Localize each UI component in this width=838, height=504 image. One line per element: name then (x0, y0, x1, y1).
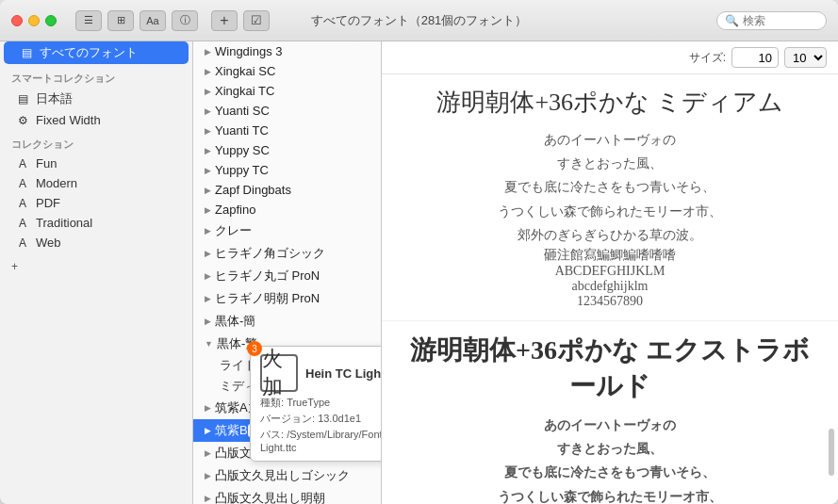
arrow-icon: ▶ (205, 87, 211, 96)
font-subitem-light[interactable]: ライト 3 火加 Hein TC Light 種類: TrueType (193, 355, 381, 376)
fullscreen-button[interactable] (45, 15, 57, 26)
font-name: 凸版文久見出し明朝 (215, 490, 325, 504)
smart-collection-label: スマートコレクション (0, 64, 192, 88)
sidebar-item-fixed-width[interactable]: ⚙ Fixed Width (0, 110, 192, 130)
sidebar: ▤ すべてのフォント スマートコレクション ▤ 日本語 ⚙ Fixed Widt… (0, 41, 193, 504)
text-view-button[interactable]: Aa (140, 10, 166, 31)
minimize-button[interactable] (28, 15, 40, 26)
pdf-label: PDF (36, 196, 60, 210)
add-collection-button[interactable]: + (11, 260, 181, 273)
main-content: ▤ すべてのフォント スマートコレクション ▤ 日本語 ⚙ Fixed Widt… (0, 41, 838, 504)
size-select[interactable]: 10 12 14 18 24 36 48 72 (784, 47, 827, 68)
add-button[interactable]: + (211, 10, 238, 31)
tooltip-font-name: Hein TC Light (305, 366, 381, 381)
list-item[interactable]: ▶ ヒラギノ角ゴシック (193, 242, 381, 265)
list-item[interactable]: ▶ ヒラギノ明朝 ProN (193, 287, 381, 310)
arrow-icon: ▶ (205, 146, 211, 155)
font-name: ヒラギノ角ゴシック (215, 245, 325, 262)
collection-label: コレクション (0, 130, 192, 154)
preview2-text-line4: うつくしい森で飾られたモリーオ市、 (401, 485, 819, 505)
version-label: バージョン: (260, 413, 315, 424)
web-label: Web (36, 236, 61, 250)
sidebar-item-pdf[interactable]: A PDF (0, 193, 192, 213)
preview-chinese: 砸注館寫鯿鯽鯿嗜嗜嗜 (401, 247, 819, 264)
preview2-text-line2: すきとおった風、 (401, 437, 819, 461)
sidebar-item-web[interactable]: A Web (0, 233, 192, 252)
sidebar-item-traditional[interactable]: A Traditional (0, 213, 192, 233)
font-name: Zapf Dingbats (215, 183, 291, 197)
font-name: ヒラギノ明朝 ProN (215, 290, 320, 307)
font-name: クレー (215, 222, 252, 239)
modern-label: Modern (36, 176, 77, 190)
size-label: サイズ: (689, 50, 726, 66)
font-name: Yuanti TC (215, 123, 269, 138)
size-bar: サイズ: 10 12 14 18 24 36 48 72 (382, 41, 838, 74)
tooltip-path: パス: /System/Library/Fonts/STHeiti Light.… (260, 428, 381, 453)
add-collection-icon: + (11, 260, 18, 273)
list-item[interactable]: ▶ Xingkai SC (193, 61, 381, 81)
preview-text-line2: すきとおった風、 (401, 152, 819, 175)
format-label: 種類: (260, 397, 284, 408)
arrow-icon: ▶ (205, 471, 211, 480)
sidebar-item-japanese[interactable]: ▤ 日本語 (0, 88, 192, 110)
font-name: Yuppy TC (215, 163, 269, 177)
preview-text-line5: 郊外のぎらぎらひかる草の波。 (401, 223, 819, 247)
sidebar-item-fun[interactable]: A Fun (0, 154, 192, 173)
font-name: Xingkai SC (215, 64, 275, 78)
fun-icon: A (15, 157, 30, 171)
font-name: 凸版文久見出しゴシック (215, 467, 350, 484)
list-item[interactable]: ▶ 凸版文久見出しゴシック (193, 464, 381, 487)
traditional-label: Traditional (36, 216, 92, 230)
arrow-icon: ▶ (205, 47, 211, 57)
preview-text-line1: あのイーハトーヴォの (401, 128, 819, 152)
arrow-icon: ▶ (205, 166, 211, 175)
japanese-label: 日本語 (36, 90, 73, 107)
font-list: ▶ Wingdings 3 ▶ Xingkai SC ▶ Xingkai TC … (193, 41, 381, 504)
list-item[interactable]: ▶ 凸版文久見出し明朝 (193, 487, 381, 504)
arrow-icon: ▶ (205, 448, 211, 458)
info-icon: ⓘ (180, 13, 190, 27)
list-item[interactable]: ▶ Yuanti TC (193, 121, 381, 140)
grid-icon: ⊞ (117, 14, 125, 26)
search-box[interactable]: 🔍 (716, 11, 827, 30)
scrollbar-track[interactable] (829, 41, 836, 504)
font-name: Yuppy SC (215, 143, 270, 157)
check-icon: ☑ (251, 13, 262, 27)
arrow-icon: ▶ (205, 106, 211, 116)
japanese-icon: ▤ (15, 92, 30, 106)
sidebar-item-modern[interactable]: A Modern (0, 173, 192, 193)
preview-font-title-1: 游明朝体+36ポかな ミディアム (401, 86, 819, 119)
list-item[interactable]: ▶ ヒラギノ丸ゴ ProN (193, 265, 381, 287)
preview-text-line3: 夏でも底に冷たさをもつ青いそら、 (401, 175, 819, 199)
grid-view-button[interactable]: ⊞ (107, 10, 134, 31)
search-input[interactable] (743, 14, 818, 27)
validate-button[interactable]: ☑ (243, 10, 270, 31)
list-item[interactable]: ▶ Wingdings 3 (193, 41, 381, 61)
list-item[interactable]: ▶ Zapf Dingbats (193, 180, 381, 200)
version-value: 13.0d1e1 (318, 413, 361, 424)
all-fonts-label: すべてのフォント (40, 44, 138, 61)
list-item[interactable]: ▶ クレー (193, 219, 381, 242)
modern-icon: A (15, 177, 30, 190)
sidebar-item-all-fonts[interactable]: ▤ すべてのフォント (4, 41, 189, 64)
list-item[interactable]: ▶ Yuppy TC (193, 160, 381, 180)
list-item[interactable]: ▶ Yuppy SC (193, 140, 381, 160)
font-name: Xingkai TC (215, 84, 274, 98)
scrollbar-thumb[interactable] (829, 429, 834, 476)
info-button[interactable]: ⓘ (172, 10, 198, 31)
preview-panel: サイズ: 10 12 14 18 24 36 48 72 游明朝体+36ポかな … (382, 41, 838, 504)
list-item[interactable]: ▶ Yuanti SC (193, 101, 381, 121)
arrow-icon: ▶ (205, 403, 211, 413)
sidebar-toggle-button[interactable]: ☰ (75, 10, 102, 31)
list-item[interactable]: ▶ 黒体-簡 (193, 310, 381, 333)
web-icon: A (15, 236, 30, 250)
size-input[interactable] (731, 47, 779, 68)
list-item[interactable]: ▶ Xingkai TC (193, 81, 381, 101)
window-title: すべてのフォント（281個のフォント） (311, 12, 528, 29)
list-item[interactable]: ▶ Zapfino (193, 200, 381, 219)
arrow-icon: ▶ (205, 294, 211, 303)
arrow-icon: ▶ (205, 126, 211, 136)
font-name: 黒体-簡 (215, 313, 255, 330)
arrow-icon: ▼ (205, 339, 213, 349)
close-button[interactable] (11, 15, 23, 26)
